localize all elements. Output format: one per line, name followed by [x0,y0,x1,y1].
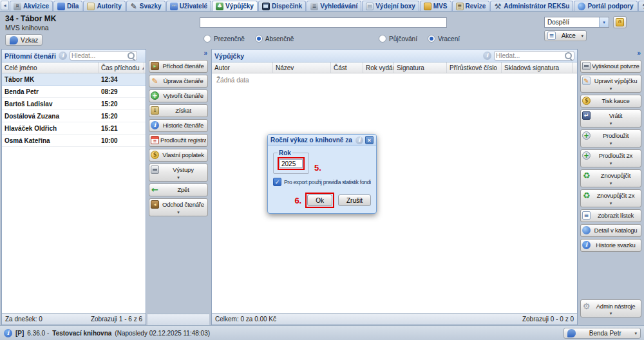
reader-action-button[interactable]: Vytvořit čtenáře [149,90,208,102]
cancel-button[interactable]: Zrušit [338,194,371,206]
column-header[interactable]: Signatura [394,62,447,73]
info-icon[interactable] [4,329,12,337]
reader-action-button[interactable]: Vlastní poplatek [149,149,208,162]
barcode-input[interactable] [200,17,447,28]
search-icon[interactable] [564,52,573,60]
loan-action-button[interactable]: Prodloužit ▾ [580,129,641,147]
dropdown-arrow-icon[interactable]: ▾ [582,311,639,316]
reader-action-button[interactable]: Zpět [149,184,208,196]
loan-action-button[interactable]: Historie svazku [580,239,641,252]
reader-row[interactable]: Bartoš Ladislav 15:20 [2,98,146,110]
dropdown-arrow-icon[interactable]: ▾ [151,210,206,215]
column-header[interactable]: Název [273,62,331,73]
info-icon[interactable] [483,52,491,60]
dropdown-arrow-icon[interactable]: ▾ [582,161,639,166]
reader-row[interactable]: Benda Petr 08:29 [2,86,146,98]
radio-option[interactable]: Půjčování [379,35,417,42]
reader-arrival-time: 15:21 [99,125,144,132]
column-header[interactable]: Celé jméno [2,62,99,73]
reader-action-button[interactable]: Získat [149,104,208,117]
radio-option[interactable]: Prezenčně [204,35,245,42]
loan-action-button[interactable]: Zobrazit lístek [580,209,641,222]
tab[interactable]: Uživatelé [166,1,211,11]
column-header[interactable]: Čas příchodu ▲ [99,62,144,73]
readers-search-input[interactable] [71,52,126,59]
column-header[interactable]: Rok vydání [363,62,394,73]
current-user-label: Benda Petr [578,330,632,337]
reader-action-button[interactable]: Úprava čtenáře [149,75,208,88]
dropdown-arrow-icon[interactable]: ▾ [582,201,639,206]
action-icon [151,151,159,159]
action-icon [582,241,591,249]
collapse-panel-icon[interactable]: » [204,50,207,58]
loans-search-input[interactable] [496,52,563,59]
close-icon[interactable]: × [365,136,374,144]
admin-tools-button[interactable]: Admin nástroje ▾ [580,299,641,317]
reader-row[interactable]: Tábor MK 12:34 [2,73,146,86]
tab[interactable]: MVS [420,1,451,11]
reader-name: Osmá Kateřina [2,137,99,144]
year-input[interactable] [279,159,303,168]
search-icon[interactable] [127,52,135,60]
annual-report-dialog: Roční výkaz o knihovně za rok × Rok 5. P… [267,134,377,214]
tab[interactable]: Svazky [126,1,166,11]
reader-actions-column: » Příchod čtenáře Úprava čtenáře Vytvoři… [147,49,209,325]
radio-option[interactable]: Vracení [428,35,460,42]
reader-action-button[interactable]: Historie čtenáře [149,119,208,132]
tab-icon [424,3,431,10]
ok-button[interactable]: Ok [307,194,332,206]
dialog-titlebar[interactable]: Roční výkaz o knihovně za rok × [268,135,376,146]
loan-action-button[interactable]: Tisk kauce [580,95,641,108]
loans-panel-header: Výpůjčky [212,50,577,62]
loan-action-button[interactable]: Vrátit ▾ [580,109,641,128]
tab[interactable]: Revize [452,1,490,11]
loan-action-button[interactable]: Vytisknout potvrzení [580,60,641,73]
reader-action-button[interactable]: Odchod čtenáře ▾ [149,198,208,216]
radio-option[interactable]: Absenčně [255,35,294,42]
action-label: Zobrazit lístek [592,212,639,219]
tab[interactable]: Portál podpory [574,1,637,11]
reader-category-select[interactable]: Dospělí ▾ [544,17,609,28]
dropdown-arrow-icon[interactable]: ▾ [582,141,639,146]
reader-action-button[interactable]: Výstupy ▾ [149,164,208,182]
loan-action-button[interactable]: Prodloužit 2x ▾ [580,149,641,167]
info-icon[interactable] [355,137,363,144]
loan-action-button[interactable]: Znovupůjčit ▾ [580,169,641,187]
message-button[interactable]: Vzkaz [5,34,43,46]
dropdown-arrow-icon[interactable]: ▾ [582,181,639,186]
reader-row[interactable]: Hlaváček Oldřich 15:21 [2,122,146,135]
reader-action-button[interactable]: Prodloužit registraci [149,134,208,147]
reader-row[interactable]: Osmá Kateřina 10:00 [2,135,146,147]
tab[interactable]: Nastavení [638,1,644,11]
info-icon[interactable] [59,52,67,60]
loan-action-button[interactable]: Detail v katalogu [580,224,641,237]
loan-action-button[interactable]: Upravit výpůjčku ▾ [580,75,641,93]
tab[interactable]: Díla [53,1,82,11]
tab[interactable]: Výpůjčky [212,1,258,11]
tab[interactable]: Vyhledávání [307,1,361,11]
dropdown-arrow-icon[interactable]: ▾ [582,121,639,126]
lock-button[interactable] [613,16,627,28]
reader-row[interactable]: Dostálová Zuzana 15:20 [2,110,146,122]
dropdown-arrow-icon[interactable]: ▾ [151,175,206,180]
reader-action-button[interactable]: Příchod čtenáře [149,60,208,73]
current-user-button[interactable]: Benda Petr ▾ [564,328,641,339]
loans-footer-range: Zobrazuji 0 - 0 z 0 [522,316,574,323]
column-header[interactable]: Skladová signatura [502,62,573,73]
chevron-down-icon[interactable]: ▾ [599,17,609,27]
tab[interactable]: Autority [83,1,125,11]
loan-action-button[interactable]: Znovupůjčit 2x ▾ [580,189,641,207]
column-header[interactable]: Autor [212,62,273,73]
collapse-panel-icon[interactable]: » [637,50,641,58]
readers-footer-range: Zobrazuji 1 - 6 z 6 [91,316,142,323]
tab[interactable]: Výdejní boxy [362,1,419,11]
tab[interactable]: Administrátor REKSu [490,1,573,11]
column-header[interactable]: Část [331,62,363,73]
tab[interactable]: Dispečink [258,1,306,11]
tab[interactable]: Akvizice [10,1,53,11]
checkbox-checked-icon[interactable] [273,178,281,186]
dropdown-arrow-icon[interactable]: ▾ [582,86,639,91]
actions-button[interactable]: Akce ▾ [544,30,587,41]
column-header[interactable]: Přírůstkové číslo [447,62,502,73]
tab-scroll-left-icon[interactable]: ◂ [1,1,9,10]
